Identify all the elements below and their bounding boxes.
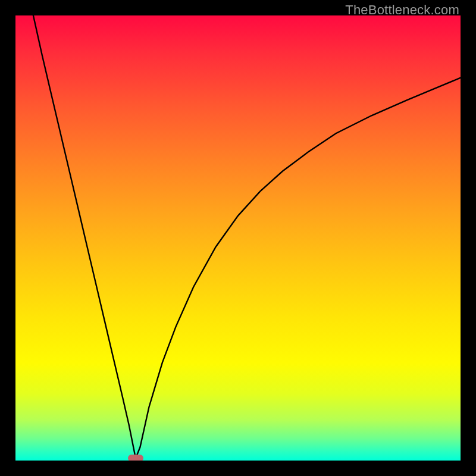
chart-frame: TheBottleneck.com	[0, 0, 476, 476]
optimal-point-marker	[128, 455, 143, 461]
watermark-text: TheBottleneck.com	[345, 2, 459, 18]
plot-area	[15, 15, 461, 461]
curve-layer	[15, 15, 461, 461]
left-branch-curve	[33, 15, 136, 458]
right-branch-curve	[136, 78, 461, 459]
